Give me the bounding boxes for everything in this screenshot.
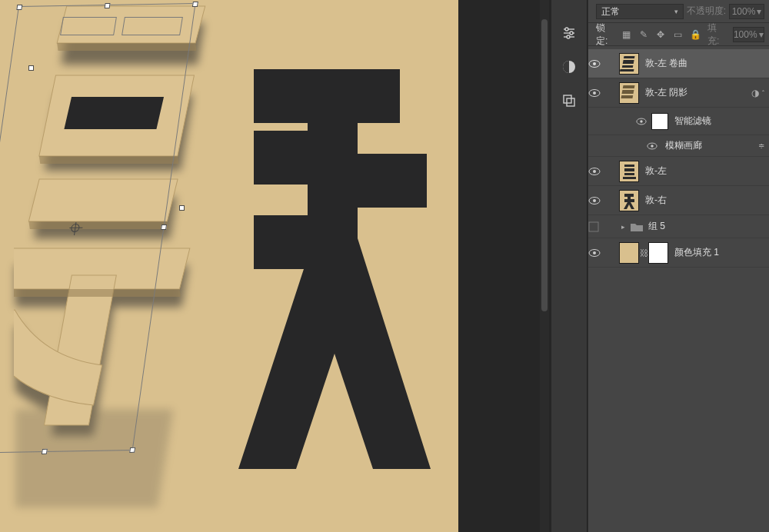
svg-point-33 [593,91,596,95]
layers-list: 敦-左 卷曲 敦-左 阴影 ◑ ˆ 智能滤镜 [588,46,769,271]
svg-point-48 [593,199,596,202]
blend-opacity-bar: 正常 ▾ 不透明度: 100%▾ [588,0,769,23]
lock-artboard-icon[interactable]: ▭ [673,29,684,40]
svg-rect-49 [589,222,598,231]
lock-all-icon[interactable]: 🔒 [690,29,701,40]
svg-point-27 [593,62,596,65]
layer-name: 模糊画廊 [665,139,702,152]
contrast-circle-icon[interactable] [561,58,578,75]
svg-rect-24 [564,95,571,103]
opacity-input[interactable]: 100%▾ [729,4,764,19]
svg-rect-44 [624,168,634,171]
svg-rect-34 [623,85,635,88]
svg-rect-36 [621,95,633,98]
visibility-toggle[interactable] [588,165,610,178]
svg-marker-13 [56,43,198,51]
group-collapse-icon[interactable]: ▸ [619,223,627,231]
lock-pixels-icon[interactable]: ✎ [638,29,649,40]
layer-name: 智能滤镜 [674,115,711,128]
visibility-toggle[interactable] [588,195,610,207]
fill-color-thumb [619,242,639,264]
layer-thumb [619,190,639,211]
layer-name: 颜色填充 1 [674,246,719,259]
canvas-area[interactable] [0,0,551,532]
folder-icon [630,221,644,232]
collapsed-panel-strip[interactable] [551,0,588,532]
filter-mask-thumb [651,113,668,130]
blend-mode-select[interactable]: 正常 ▾ [596,4,684,19]
svg-rect-30 [622,65,634,68]
svg-point-18 [565,28,568,31]
layer-subrow[interactable]: 模糊画廊 ≑ [588,135,769,157]
glyph-right [231,69,446,469]
layer-row[interactable]: ⛓ 颜色填充 1 [588,238,769,268]
visibility-toggle-empty[interactable] [588,221,610,232]
svg-rect-46 [623,177,636,179]
svg-marker-15 [28,221,170,229]
svg-marker-16 [14,289,181,297]
layer-thumb [619,82,639,104]
layer-name: 敦-右 [645,194,667,207]
svg-rect-31 [620,69,634,71]
svg-point-22 [567,35,570,38]
document-canvas[interactable] [0,0,458,532]
layer-row[interactable]: 敦-左 阴影 ◑ ˆ [588,78,769,108]
filter-settings-icon[interactable]: ≑ [758,141,764,150]
svg-marker-9 [64,97,164,129]
lock-transparency-icon[interactable]: ▦ [621,29,632,40]
glyph-left-paper [14,0,245,523]
adjustments-icon[interactable] [561,25,578,42]
svg-marker-14 [38,156,180,164]
visibility-toggle[interactable] [636,116,651,127]
expand-icon[interactable]: ˆ [762,89,764,97]
chevron-down-icon: ▾ [674,5,678,18]
fill-input[interactable]: 100%▾ [733,27,764,42]
svg-rect-43 [624,165,634,167]
opacity-label: 不透明度: [687,5,726,18]
canvas-scrollbar[interactable] [540,0,549,532]
svg-rect-35 [622,90,634,94]
svg-marker-7 [57,6,205,43]
layer-subrow[interactable]: 智能滤镜 [588,108,769,135]
svg-point-40 [651,145,654,148]
layers-panel: 正常 ▾ 不透明度: 100%▾ 锁定: ▦ ✎ ✥ ▭ 🔒 填充: 100%▾… [588,0,769,532]
lock-position-icon[interactable]: ✥ [655,29,666,40]
layer-name: 敦-左 [645,165,667,178]
scroll-thumb[interactable] [541,19,548,311]
visibility-toggle[interactable] [588,87,610,99]
layer-thumb [619,53,639,75]
layer-thumb [619,161,639,182]
svg-point-51 [593,251,596,254]
svg-marker-10 [28,179,178,221]
svg-rect-28 [624,56,635,58]
layer-name: 组 5 [648,220,665,233]
svg-point-20 [570,32,573,35]
svg-rect-45 [624,173,634,175]
svg-rect-25 [567,98,574,106]
layer-row[interactable]: 敦-左 [588,157,769,186]
lock-label: 锁定: [596,22,615,48]
lock-bar: 锁定: ▦ ✎ ✥ ▭ 🔒 填充: 100%▾ [588,23,769,46]
mask-link-icon[interactable]: ⛓ [639,243,648,263]
artboards-icon[interactable] [561,92,578,109]
svg-rect-29 [623,60,634,64]
fill-label: 填充: [707,22,727,48]
visibility-toggle[interactable] [647,141,662,151]
layer-name: 敦-左 阴影 [645,86,687,99]
blend-mode-value: 正常 [601,5,620,18]
layer-row[interactable]: 敦-右 [588,186,769,215]
layer-name: 敦-左 卷曲 [645,57,687,70]
layer-mask-thumb [648,242,668,264]
svg-point-38 [640,120,643,123]
visibility-toggle[interactable] [588,58,610,70]
svg-point-42 [593,170,596,173]
layer-row[interactable]: 敦-左 卷曲 [588,49,769,78]
visibility-toggle[interactable] [588,247,610,259]
layer-row-group[interactable]: ▸ 组 5 [588,215,769,238]
smart-filter-icon[interactable]: ◑ [751,88,759,98]
